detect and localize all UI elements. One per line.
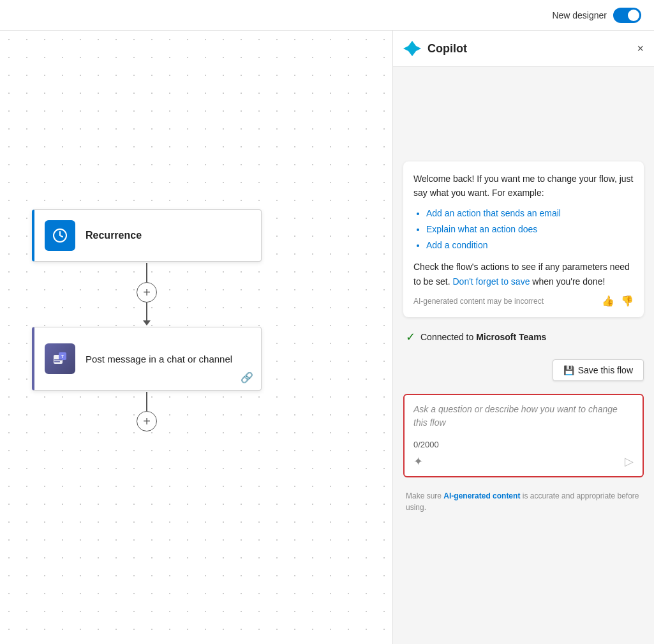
sparkle-icon: ✦ xyxy=(413,454,423,468)
svg-rect-5 xyxy=(54,361,60,363)
arrow-down-1 xyxy=(143,320,151,326)
recurrence-title: Recurrence xyxy=(85,230,142,241)
thumbs-up-icon[interactable]: 👍 xyxy=(602,295,614,307)
copilot-title: Copilot xyxy=(427,42,467,56)
recurrence-icon xyxy=(45,220,75,251)
close-copilot-button[interactable]: × xyxy=(637,43,644,54)
send-icon[interactable]: ▷ xyxy=(625,454,634,468)
chat-footer: AI-generated content may be incorrect 👍 … xyxy=(413,295,634,307)
input-placeholder: Ask a question or describe how you want … xyxy=(413,403,634,430)
connection-status: ✓ Connected to Microsoft Teams xyxy=(403,325,644,349)
example-3: Add a condition xyxy=(426,237,634,253)
connection-text: Connected to Microsoft Teams xyxy=(420,332,546,342)
connector-1: + xyxy=(137,263,157,326)
copilot-spacer xyxy=(403,77,644,154)
copilot-header: Copilot × xyxy=(393,31,654,67)
connector-line-bottom xyxy=(146,303,147,322)
save-button-label: Save this flow xyxy=(578,365,633,375)
feedback-icons: 👍 👎 xyxy=(602,295,634,307)
copilot-title-area: Copilot xyxy=(403,40,467,57)
save-icon: 💾 xyxy=(563,365,574,375)
svg-rect-4 xyxy=(54,359,62,361)
copilot-panel: Copilot × Welcome back! If you want me t… xyxy=(392,31,654,644)
copilot-body: Welcome back! If you want me to change y… xyxy=(393,67,654,644)
save-area: 💾 Save this flow xyxy=(403,357,644,384)
new-designer-label: New designer xyxy=(552,10,607,20)
example-2: Explain what an action does xyxy=(426,221,634,237)
topbar: New designer xyxy=(0,0,654,31)
ai-disclaimer: AI-generated content may be incorrect xyxy=(413,297,544,306)
thumbs-down-icon[interactable]: 👎 xyxy=(621,295,634,307)
input-actions: ✦ ▷ xyxy=(413,454,634,468)
flow-container: Recurrence + T xyxy=(32,209,262,433)
main-area: Recurrence + T xyxy=(0,31,654,644)
chat-examples-list: Add an action that sends an email Explai… xyxy=(413,206,634,254)
check-icon: ✓ xyxy=(406,330,415,344)
teams-title: Post message in a chat or channel xyxy=(85,352,232,366)
connector-2: + xyxy=(137,392,157,431)
chat-outro: Check the flow's actions to see if any p… xyxy=(413,260,634,288)
bottom-disclaimer: Make sure AI-generated content is accura… xyxy=(403,485,644,516)
svg-text:T: T xyxy=(61,354,64,359)
connector-line-2 xyxy=(146,392,147,411)
link-icon: 🔗 xyxy=(241,371,253,384)
add-step-button-1[interactable]: + xyxy=(137,282,157,303)
example-1: Add an action that sends an email xyxy=(426,206,634,221)
chat-bubble: Welcome back! If you want me to change y… xyxy=(403,161,644,317)
input-counter: 0/2000 xyxy=(413,440,634,449)
flow-canvas[interactable]: Recurrence + T xyxy=(0,31,392,644)
teams-icon: T xyxy=(45,343,75,374)
save-flow-button[interactable]: 💾 Save this flow xyxy=(553,359,644,381)
connector-line-top xyxy=(146,263,147,282)
new-designer-toggle[interactable] xyxy=(613,8,641,23)
add-step-button-2[interactable]: + xyxy=(137,411,157,431)
copilot-logo-icon xyxy=(403,40,421,57)
chat-intro: Welcome back! If you want me to change y… xyxy=(413,172,634,200)
chat-input-area[interactable]: Ask a question or describe how you want … xyxy=(403,394,644,477)
recurrence-node[interactable]: Recurrence xyxy=(32,209,262,262)
teams-node[interactable]: T Post message in a chat or channel 🔗 xyxy=(32,327,262,391)
